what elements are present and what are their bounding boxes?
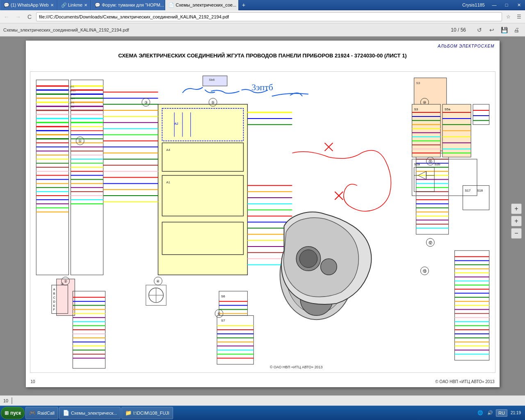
pdf-back-icon: ↩ [489,27,494,33]
taskbar-pdf-label: Схемы_электрическ... [71,411,117,415]
tab-pdf[interactable]: 📄 Схемы_электрических_сое... ✕ [165,0,239,10]
new-tab-button[interactable]: + [240,1,248,9]
pdf-bottom-bar: 10 © ОАО НВП «ИТЦ АВТО» 2013 [31,379,495,384]
systray-network-icon: 🌐 [476,410,484,415]
pdf-main-title: СХЕМА ЭЛЕКТРИЧЕСКИХ СОЕДИНЕНИЙ ЖГУТА ПРО… [46,52,479,59]
zoom-out-button[interactable]: − [511,228,522,239]
svg-text:S7: S7 [221,319,225,322]
svg-text:22/15: 22/15 [69,93,76,96]
svg-text:F: F [53,308,55,311]
close-button[interactable]: ✕ [513,0,525,10]
zoom-in-button[interactable]: + [511,203,522,214]
svg-text:⑪: ⑪ [429,160,432,164]
svg-text:S6: S6 [221,294,225,298]
language-indicator[interactable]: RU [496,409,507,417]
svg-text:A1: A1 [166,180,170,184]
pdf-page-number-bottom: 10 [31,379,35,384]
svg-text:B: B [53,292,55,295]
tab-whatsapp[interactable]: 💬 (1) WhatsApp Web ✕ [0,0,57,10]
zoom-fit-button[interactable]: + [511,216,522,226]
svg-text:④: ④ [156,279,160,283]
svg-text:9/22: 9/22 [69,105,74,108]
svg-text:⑤: ⑤ [211,100,215,105]
pdf-save-button[interactable]: 💾 [499,25,509,35]
pdf-print-icon: 🖨 [514,27,519,33]
svg-text:S5a: S5a [444,107,450,111]
svg-rect-157 [56,279,75,315]
tab-linkme[interactable]: 🔗 Linkme ✕ [57,0,91,10]
svg-text:A: A [53,288,55,291]
systray-volume-icon: 🔊 [486,410,494,415]
pdf-page-info: 10 / 56 [451,27,466,33]
svg-text:22/1: 22/1 [69,101,74,104]
taskbar-folder[interactable]: 📁 I:\DCIM\108_FUJI [121,407,173,419]
tab-forum-label: Форум: туманки для "НОРМ... [102,2,164,7]
forum-tab-icon: 💬 [95,2,100,8]
pdf-page-number-bar: 10 [0,395,525,406]
pdf-tab-icon: 📄 [169,2,174,8]
taskbar-raidcall[interactable]: 🎮 RaidCall [25,407,58,419]
pdf-page: АЛЬБОМ ЭЛЕКТРОСХЕМ СХЕМА ЭЛЕКТРИЧЕСКИХ С… [26,41,500,387]
taskbar-folder-label: I:\DCIM\108_FUJI [133,411,169,415]
tab-linkme-close[interactable]: ✕ [84,3,87,7]
maximize-button[interactable]: □ [500,0,513,10]
tab-whatsapp-label: (1) WhatsApp Web [11,2,49,7]
pdf-print-button[interactable]: 🖨 [511,25,522,35]
tab-whatsapp-close[interactable]: ✕ [50,3,54,7]
refresh-button[interactable]: C [25,12,34,22]
main-content: АЛЬБОМ ЭЛЕКТРОСХЕМ СХЕМА ЭЛЕКТРИЧЕСКИХ С… [0,37,525,406]
pdf-album-label: АЛЬБОМ ЭЛЕКТРОСХЕМ [438,44,494,48]
system-clock[interactable]: 21:19 [509,410,523,415]
svg-text:3эптб: 3эптб [251,82,273,92]
svg-text:20/1: 20/1 [69,85,74,88]
whatsapp-tab-icon: 💬 [4,2,9,8]
forward-icon: → [15,14,21,20]
start-label: пуск [10,410,21,416]
start-button[interactable]: ⊞ пуск [1,407,25,419]
address-input[interactable] [36,12,502,21]
svg-text:⑫: ⑫ [429,241,432,245]
minimize-button[interactable]: — [488,0,500,10]
forward-button[interactable]: → [13,12,23,22]
back-button[interactable]: ← [2,12,11,22]
svg-text:S17: S17 [465,189,470,192]
svg-text:S2b: S2b [434,162,441,166]
address-bar: ← → C ☆ ☰ [0,10,525,23]
pdf-save-icon: 💾 [501,27,508,33]
svg-text:E: E [53,304,55,307]
pdf-copyright: © ОАО НВП «ИТЦ АВТО» 2013 [435,379,494,384]
svg-text:22/13: 22/13 [69,89,76,92]
svg-text:A2: A2 [174,122,178,126]
tab-pdf-close[interactable]: ✕ [238,3,239,7]
clock-time: 21:19 [511,410,521,415]
pdf-reload-button[interactable]: ↺ [474,25,485,35]
zoom-controls: + + − [511,203,522,239]
pdf-filename: Схемы_электрических_соединений_KALINA_21… [3,27,443,32]
taskbar-pdf[interactable]: 📄 Схемы_электрическ... [59,407,121,419]
taskbar-bottom: ⊞ пуск 🎮 RaidCall 📄 Схемы_электрическ...… [0,406,525,420]
svg-text:⑬: ⑬ [423,269,427,273]
linkme-tab-icon: 🔗 [61,2,67,8]
tab-linkme-label: Linkme [68,2,82,7]
svg-text:8/U4: 8/U4 [69,97,75,100]
taskbar-pdf-icon: 📄 [63,410,69,416]
bookmark-icon[interactable]: ☆ [504,12,513,21]
svg-text:C: C [53,296,55,299]
electrical-diagram-svg: A2 A4 A1 Sb6 S3 [30,72,495,372]
window-controls: Crysis1185 — □ ✕ [459,0,525,10]
tab-forum[interactable]: 💬 Форум: туманки для "НОРМ... ✕ [91,0,165,10]
svg-text:Sb6: Sb6 [209,78,215,82]
raidcall-icon: 🎮 [29,410,36,416]
system-tray: 🌐 🔊 RU 21:19 [475,409,524,417]
pdf-toolbar: Схемы_электрических_соединений_KALINA_21… [0,23,525,37]
diagram-area: A2 A4 A1 Sb6 S3 [30,71,495,373]
pdf-back-button[interactable]: ↩ [486,25,497,35]
window-username: Crysis1185 [459,2,488,7]
settings-icon[interactable]: ☰ [514,12,523,21]
svg-text:①: ① [78,139,82,143]
start-icon: ⊞ [5,410,9,416]
svg-point-294 [299,250,317,268]
page-num-label: 10 [3,398,8,403]
svg-text:③: ③ [144,100,147,105]
taskbar-raidcall-label: RaidCall [37,411,55,415]
